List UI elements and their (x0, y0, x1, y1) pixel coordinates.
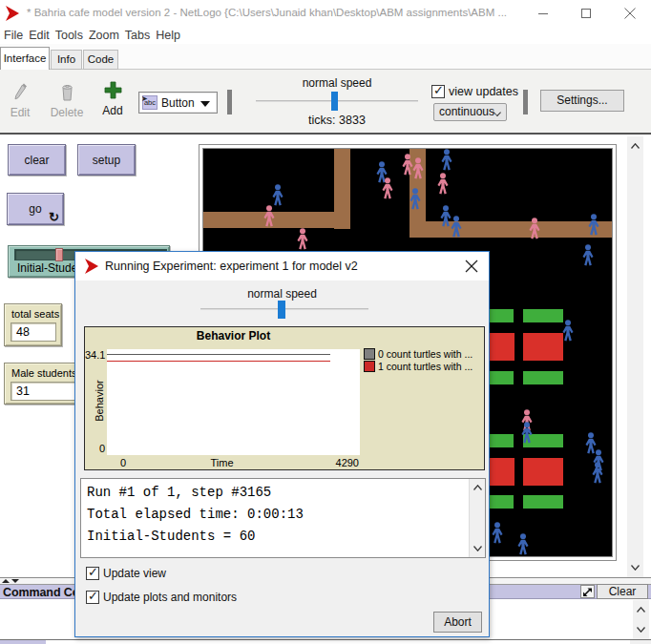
slider-label: Initial-Studer (17, 261, 81, 275)
setup-button[interactable]: setup (77, 144, 136, 176)
go-button[interactable]: go ↻ (7, 193, 64, 225)
edit-widget-button[interactable]: Edit (6, 83, 34, 119)
dialog-speed-label: normal speed (75, 287, 489, 301)
delete-widget-button[interactable]: Delete (50, 83, 84, 119)
legend-item-0: 0 count turtles with ... (364, 348, 472, 360)
title-bar: * Bahria cafe model version 2 - NetLogo … (0, 0, 651, 27)
plot-xmax-label: 4290 (312, 457, 359, 468)
abort-button[interactable]: Abort (433, 612, 482, 633)
plot-ylabel: Behavior (94, 367, 105, 434)
command-prompt-area (0, 640, 46, 644)
widget-type-dropdown[interactable]: abc➤ Button (138, 92, 218, 114)
edit-label: Edit (10, 106, 31, 119)
command-center-clear-button[interactable]: Clear (597, 584, 648, 599)
toolbar-separator-2 (523, 90, 528, 114)
dropdown-arrow-icon (200, 101, 210, 107)
minimize-button[interactable] (522, 0, 565, 27)
update-view-row: ✓ Update view (86, 567, 166, 580)
scroll-up-icon[interactable] (627, 138, 643, 154)
person-blue (581, 244, 595, 266)
check-icon: ✓ (433, 83, 444, 97)
scroll-down-icon[interactable] (627, 560, 643, 575)
person-blue (587, 214, 600, 236)
trash-icon (60, 83, 74, 101)
window-title: * Bahria cafe model version 2 - NetLogo … (27, 7, 507, 18)
splitter-up-icon[interactable] (2, 579, 10, 583)
running-experiment-dialog: Running Experiment: experiment 1 for mod… (74, 251, 490, 637)
person-blue (271, 184, 284, 206)
speed-slider-handle[interactable] (331, 92, 338, 111)
dialog-title: Running Experiment: experiment 1 for mod… (105, 260, 358, 273)
output-scrollbar[interactable] (469, 479, 485, 557)
tab-code[interactable]: Code (83, 50, 118, 70)
update-plots-checkbox[interactable]: ✓ (86, 591, 99, 604)
seat-red (523, 458, 563, 486)
delete-label: Delete (51, 106, 84, 119)
menu-tools[interactable]: Tools (52, 29, 86, 42)
go-button-label: go (29, 202, 41, 216)
cc-scroll-up-icon[interactable] (633, 602, 649, 617)
maximize-button[interactable] (565, 0, 608, 27)
plot-pen-1 (107, 361, 330, 362)
menu-edit[interactable]: Edit (26, 29, 52, 42)
plot-xlabel: Time (95, 457, 348, 468)
menu-file[interactable]: File (1, 29, 26, 42)
settings-button[interactable]: Settings... (540, 90, 624, 112)
dialog-speed-handle[interactable] (278, 301, 285, 319)
dialog-netlogo-icon (84, 258, 101, 275)
output-scroll-up-icon[interactable] (470, 480, 485, 495)
command-center-expand-button[interactable] (580, 585, 595, 598)
experiment-output-box[interactable]: Run #1 of 1, step #3165 Total elapsed ti… (80, 478, 486, 558)
update-plots-label: Update plots and monitors (103, 591, 237, 604)
netlogo-icon (5, 5, 22, 22)
output-scroll-down-icon[interactable] (470, 541, 485, 556)
command-input-strip[interactable] (0, 640, 651, 644)
person-blue (561, 320, 575, 342)
menu-bar: FileEditToolsZoomTabsHelp (0, 27, 651, 44)
toolbar: Edit Delete Add abc➤ Button normal speed… (0, 70, 651, 135)
view-updates-checkbox[interactable]: ✓ (431, 85, 445, 98)
clear-button[interactable]: clear (8, 144, 66, 176)
seat-red (523, 333, 563, 361)
person-pink (436, 173, 450, 195)
legend-label-0: 0 count turtles with ... (378, 348, 472, 360)
tab-info[interactable]: Info (51, 50, 82, 70)
menu-tabs[interactable]: Tabs (122, 29, 153, 42)
dialog-title-bar[interactable]: Running Experiment: experiment 1 for mod… (75, 252, 489, 280)
minimize-icon (538, 9, 549, 19)
legend-item-1: 1 count turtles with ... (364, 361, 472, 372)
person-blue (591, 462, 604, 484)
slider-handle[interactable] (55, 248, 63, 261)
menu-help[interactable]: Help (153, 29, 183, 42)
dialog-close-icon[interactable] (464, 259, 479, 274)
person-pink (381, 177, 394, 199)
total-seats-value: 48 (10, 322, 56, 342)
experiment-output-text: Run #1 of 1, step #3165 Total elapsed ti… (87, 482, 304, 548)
pencil-icon (13, 83, 28, 101)
close-button[interactable] (608, 0, 651, 27)
plot-pen-0 (107, 354, 330, 355)
expand-icon (582, 587, 593, 597)
clear-button-label: clear (24, 154, 49, 167)
canvas-vertical-scrollbar[interactable] (627, 136, 643, 577)
person-blue (409, 188, 422, 210)
add-widget-button[interactable]: Add (98, 81, 127, 117)
update-view-checkbox[interactable]: ✓ (86, 567, 99, 580)
menu-zoom[interactable]: Zoom (86, 29, 122, 42)
seat-green (523, 371, 563, 384)
legend-label-1: 1 count turtles with ... (378, 361, 472, 372)
behavior-plot: Behavior Plot 34.1 0 Behavior 0 Time 429… (84, 326, 485, 470)
person-blue (491, 522, 504, 544)
view-updates-label: view updates (449, 85, 518, 98)
update-view-label: Update view (103, 567, 166, 580)
splitter-down-icon[interactable] (11, 579, 19, 583)
legend-swatch-red (364, 361, 375, 372)
total-seats-label: total seats (11, 308, 59, 320)
tab-interface[interactable]: Interface (0, 47, 50, 70)
cc-scroll-down-icon[interactable] (633, 622, 649, 637)
update-mode-dropdown[interactable]: continuous (433, 103, 507, 121)
male-students-value: 31 (10, 382, 80, 401)
command-center-scrollbar[interactable] (633, 600, 649, 639)
close-icon (624, 8, 636, 19)
update-mode-value: continuous (439, 105, 494, 118)
